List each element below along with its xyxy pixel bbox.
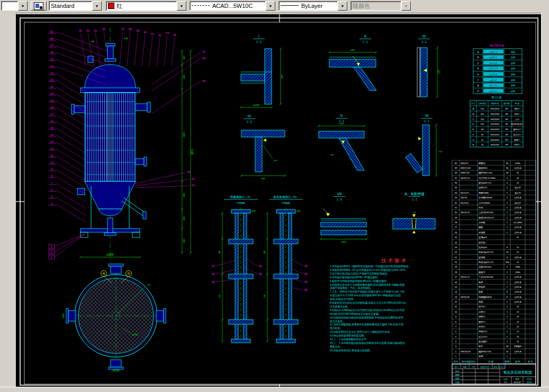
view-combo[interactable]: ▼ [1, 1, 28, 11]
text-shape: 11.为保证装配精度,各零部件应按图样要求足尺放样下料,焊后不得 [330, 323, 403, 326]
text-shape: 1 [507, 300, 508, 303]
detail-VII[interactable]: VII1 : 51632 [320, 192, 367, 243]
line-shape [56, 177, 86, 195]
text-shape: 对焊 [511, 67, 515, 70]
text-shape: 1 [507, 221, 508, 224]
linetype-combo[interactable]: ACAD...5W10C ▼ [190, 1, 275, 11]
rect-shape [136, 104, 147, 111]
style-tool-button[interactable] [31, 1, 47, 11]
text-shape: Q235-A [514, 301, 521, 303]
text-shape: 60° [274, 159, 278, 162]
line-shape [263, 145, 273, 159]
text-shape: I [258, 34, 259, 38]
detail-VI[interactable]: VI1 : 160° [406, 114, 443, 177]
detail-V[interactable]: V1 : 145°≈620 [318, 114, 365, 170]
text-shape: 600 [183, 239, 185, 243]
text-shape: 氧化反应器装配图 [503, 370, 532, 375]
style-tool-icon[interactable] [31, 1, 47, 11]
text-shape: 对焊 [511, 90, 515, 93]
text-shape: 温度计口 [479, 186, 488, 189]
text-shape: 28 [506, 345, 509, 348]
text-shape: 压力计口 [479, 335, 488, 338]
text-shape: 27 [455, 226, 457, 229]
line-shape [56, 53, 106, 71]
text-shape: 1 [507, 355, 508, 358]
linetype-combo-arrow-icon[interactable]: ▼ [266, 1, 275, 11]
text-shape: 39 [136, 29, 139, 32]
lineweight-combo-arrow-icon[interactable]: ▼ [338, 1, 347, 11]
text-shape: III [422, 34, 426, 38]
text-shape: 50 [187, 170, 191, 174]
main-vessel-view[interactable] [71, 28, 150, 260]
rect-shape [74, 106, 85, 113]
text-shape: 23 [455, 246, 457, 249]
path-shape [418, 137, 421, 140]
text-shape: 定距管φ25×2.5 [479, 251, 494, 253]
color-combo[interactable]: 红 ▼ [106, 1, 186, 11]
left-panel-edge [0, 13, 16, 392]
rect-shape [241, 130, 285, 137]
text-shape: V [340, 114, 343, 117]
text-shape: - [507, 236, 508, 239]
text-shape: 29 [455, 216, 457, 219]
detail-III[interactable]: III1 : 1900 [417, 34, 440, 98]
detail-I[interactable]: I1 : 2530φ1080 [240, 34, 283, 108]
text-style-combo[interactable]: Standard ▼ [49, 1, 102, 11]
text-shape: 81 [50, 30, 53, 33]
text-shape: G [472, 139, 474, 141]
view-combo-field[interactable] [1, 1, 18, 11]
text-shape: 5.换热管与管板连接处焊缝按JB1121—63规定施焊。 [330, 279, 389, 283]
rect-shape [422, 125, 429, 176]
nozzle-detail[interactable]: 反应器测温口（h）不锈钢板260150φ4593949596 [264, 195, 308, 343]
text-shape: 催化剂 [479, 241, 485, 244]
view-combo-arrow-icon[interactable]: ▼ [18, 1, 28, 11]
line-shape [164, 35, 167, 66]
text-shape: 裙座 [478, 281, 483, 284]
text-shape: 技术要求 [381, 258, 408, 263]
text-shape: 56 [212, 280, 215, 284]
rect-shape [416, 218, 435, 229]
text-shape: 350 [183, 216, 185, 221]
line-shape [55, 234, 85, 257]
drawing-svg[interactable]: 45080018005003506004870φ1200468416081842… [16, 14, 541, 387]
text-shape: 瓷球φ50 [479, 236, 487, 239]
text-shape: φ273×8 [490, 62, 498, 65]
line-shape [216, 270, 235, 274]
detail-AB-weld[interactable]: A、B类焊缝1 : 170° [393, 192, 435, 233]
lineweight-combo[interactable]: ByLayer ▼ [278, 1, 347, 11]
text-shape: 20 [517, 326, 519, 328]
color-combo-arrow-icon[interactable]: ▼ [177, 1, 186, 11]
drawing-area[interactable]: 45080018005003506004870φ1200468416081842… [16, 14, 541, 387]
text-shape: 500 [183, 193, 185, 197]
text-shape: 取样口 [479, 321, 485, 323]
text-shape: 1 : 1 [424, 120, 429, 123]
text-style-arrow-icon[interactable]: ▼ [92, 1, 102, 11]
rect-shape [241, 74, 265, 81]
detail-II[interactable]: II1 : 1≈600 [328, 34, 377, 90]
text-shape: 28 [506, 171, 509, 174]
text-shape: 吊耳 [479, 206, 483, 209]
text-shape: 4 [507, 181, 508, 184]
text-shape: 温度计口 [513, 128, 521, 131]
line-shape [247, 259, 258, 266]
text-shape: 800 [183, 75, 185, 79]
text-shape: 48 [202, 57, 205, 60]
text-shape: 1:5 [504, 381, 507, 384]
text-shape: 1 : 1 [363, 41, 368, 43]
text-shape: Q235-A [514, 276, 521, 278]
text-shape: 材 料 [515, 360, 520, 363]
text-shape: 校核 [455, 377, 460, 380]
text-shape: 468 [91, 41, 94, 43]
text-shape: φ480×6 [490, 56, 498, 59]
nozzle-detail[interactable]: 塔盘测温口（J）不锈钢板260150φ455455568485 [212, 195, 262, 343]
text-shape: RF [505, 133, 508, 136]
text-shape: 1632 [341, 241, 346, 243]
line-shape [56, 163, 86, 181]
path-shape [412, 231, 416, 233]
tubesheet-view[interactable]: 45°1534φ1500φ10604346 [62, 264, 166, 372]
detail-IV[interactable]: IV1 : 260°560 [240, 114, 286, 180]
text-shape: 18 [455, 271, 457, 274]
text-shape: 数量 [505, 360, 510, 363]
text-shape: φ89×4 [490, 79, 497, 81]
lineweight-value: ByLayer [301, 3, 322, 9]
